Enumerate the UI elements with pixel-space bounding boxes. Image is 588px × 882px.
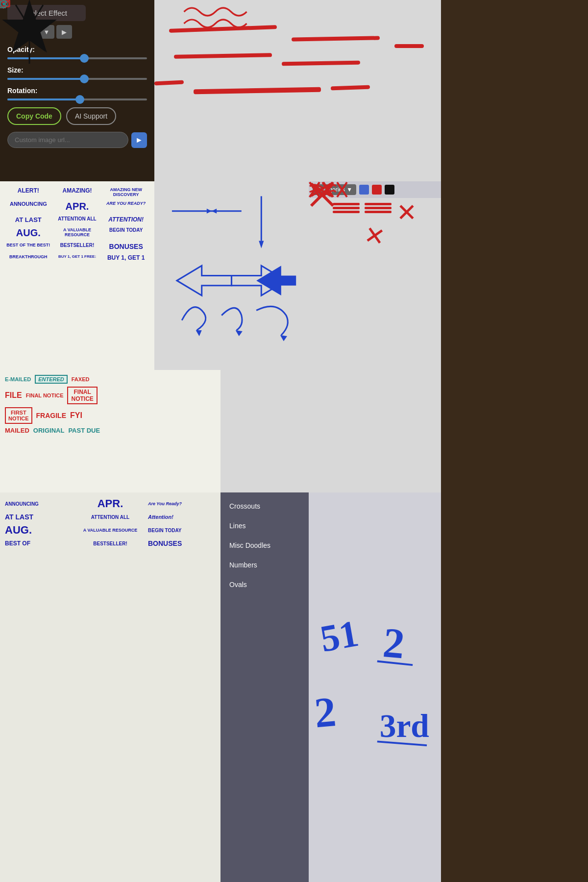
svg-marker-48 bbox=[5, 2, 54, 50]
stars-panel bbox=[220, 370, 441, 492]
svg-text:3rd: 3rd bbox=[380, 708, 429, 744]
svg-text:51: 51 bbox=[317, 612, 362, 660]
numbers-panel: 51 2 2 3rd bbox=[309, 492, 441, 882]
svg-text:2: 2 bbox=[381, 619, 407, 667]
svg-text:2: 2 bbox=[313, 688, 338, 736]
